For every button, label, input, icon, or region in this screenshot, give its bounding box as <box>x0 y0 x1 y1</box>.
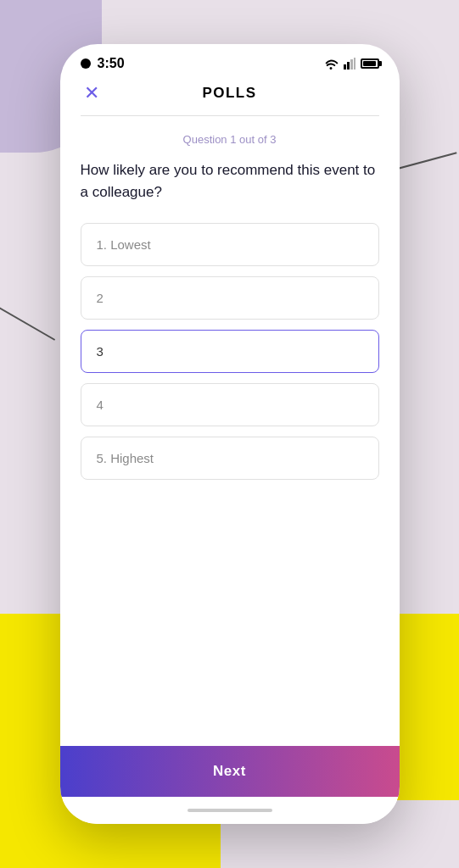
options-list: 1. Lowest2345. Highest <box>81 223 379 480</box>
wifi-icon <box>323 58 339 70</box>
question-progress: Question 1 out of 3 <box>81 133 379 146</box>
status-time: 3:50 <box>81 56 125 71</box>
signal-icon <box>344 58 355 70</box>
app-header: ✕ POLLS <box>60 78 400 115</box>
home-bar <box>188 809 272 812</box>
option-item-3[interactable]: 3 <box>81 330 379 373</box>
status-bar: 3:50 <box>60 44 400 78</box>
content-area: Question 1 out of 3 How likely are you t… <box>60 116 400 746</box>
next-button[interactable]: Next <box>60 746 400 797</box>
svg-rect-2 <box>350 59 353 70</box>
home-indicator <box>60 797 400 824</box>
time-text: 3:50 <box>98 56 125 71</box>
footer: Next <box>60 746 400 824</box>
phone-frame: 3:50 ✕ POLLS Question 1 out of 3 <box>60 44 400 824</box>
svg-rect-3 <box>354 58 355 70</box>
svg-rect-1 <box>347 62 350 70</box>
svg-rect-0 <box>344 64 346 70</box>
battery-icon <box>361 58 379 69</box>
question-text: How likely are you to recommend this eve… <box>81 159 379 203</box>
bg-line-mid <box>0 305 55 341</box>
header-title: POLLS <box>202 85 256 102</box>
status-icons <box>323 58 379 70</box>
option-item-5[interactable]: 5. Highest <box>81 437 379 480</box>
option-item-4[interactable]: 4 <box>81 383 379 426</box>
option-item-2[interactable]: 2 <box>81 276 379 320</box>
close-icon: ✕ <box>84 82 99 103</box>
option-item-1[interactable]: 1. Lowest <box>81 223 379 266</box>
close-button[interactable]: ✕ <box>81 81 103 106</box>
status-dot <box>81 58 91 69</box>
